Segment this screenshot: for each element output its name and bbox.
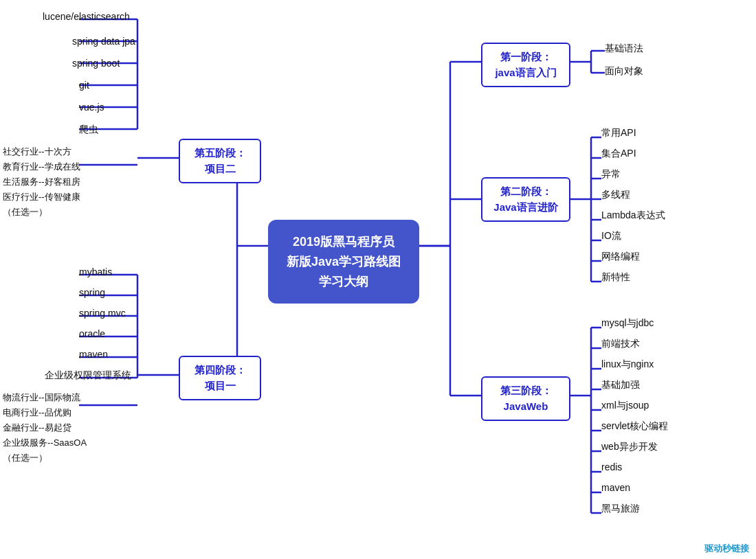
- stage4-leaf3: spring mvc: [79, 308, 126, 319]
- stage3-leaf1: mysql与jdbc: [601, 317, 654, 330]
- stage3-leaf3: linux与nginx: [601, 358, 654, 371]
- stage5-leaf7: 社交行业--十次方 教育行业--学成在线 生活服务--好客租房 医疗行业--传智…: [3, 144, 80, 220]
- stage2-leaf4: 多线程: [601, 189, 630, 201]
- stage1-box: 第一阶段： java语言入门: [481, 43, 570, 87]
- stage2-leaf7: 网络编程: [601, 251, 640, 263]
- stage2-leaf3: 异常: [601, 168, 621, 181]
- stage3-leaf8: redis: [601, 461, 622, 472]
- watermark: 驱动秒链接: [704, 543, 749, 555]
- stage3-leaf5: xml与jsoup: [601, 400, 649, 412]
- stage2-leaf5: Lambda表达式: [601, 209, 665, 222]
- center-title-line1: 2019版黑马程序员: [293, 235, 394, 249]
- stage5-leaf6: 爬虫: [79, 124, 98, 136]
- stage3-leaf7: web异步开发: [601, 441, 658, 453]
- stage2-leaf1: 常用API: [601, 127, 636, 139]
- stage3-box: 第三阶段： JavaWeb: [481, 376, 570, 421]
- stage3-leaf4: 基础加强: [601, 379, 640, 391]
- stage3-leaf6: servlet核心编程: [601, 420, 668, 433]
- stage4-leaf4: oracle: [79, 328, 105, 339]
- stage5-leaf2: spring data jpa: [72, 36, 135, 47]
- stage2-box: 第二阶段： Java语言进阶: [481, 177, 570, 222]
- stage4-leaf7: 物流行业--国际物流 电商行业--品优购 金融行业--易起贷 企业级服务--Sa…: [3, 390, 87, 466]
- stage4-leaf2: spring: [79, 287, 105, 298]
- stage4-box: 第四阶段： 项目一: [179, 356, 261, 400]
- stage2-leaf8: 新特性: [601, 271, 630, 284]
- stage2-leaf6: IO流: [601, 230, 621, 242]
- stage5-leaf3: spring boot: [72, 58, 120, 69]
- stage1-leaf2: 面向对象: [605, 65, 643, 78]
- stage4-leaf5: maven: [79, 349, 108, 360]
- stage5-leaf1: lucene/elasticsearch: [43, 11, 130, 22]
- stage3-leaf2: 前端技术: [601, 338, 640, 350]
- stage3-leaf10: 黑马旅游: [601, 503, 640, 515]
- stage5-box: 第五阶段： 项目二: [179, 139, 261, 183]
- center-node: 2019版黑马程序员 新版Java学习路线图学习大纲: [268, 220, 419, 304]
- stage4-leaf1: mybatis: [79, 266, 112, 277]
- center-title-line2: 新版Java学习路线图学习大纲: [287, 255, 401, 288]
- stage5-leaf4: git: [79, 80, 89, 91]
- stage2-leaf2: 集合API: [601, 148, 636, 160]
- stage1-leaf1: 基础语法: [605, 43, 643, 55]
- stage4-leaf6: 企业级权限管理系统: [45, 369, 131, 382]
- stage3-leaf9: maven: [601, 482, 630, 493]
- stage5-leaf5: vue.js: [79, 102, 104, 113]
